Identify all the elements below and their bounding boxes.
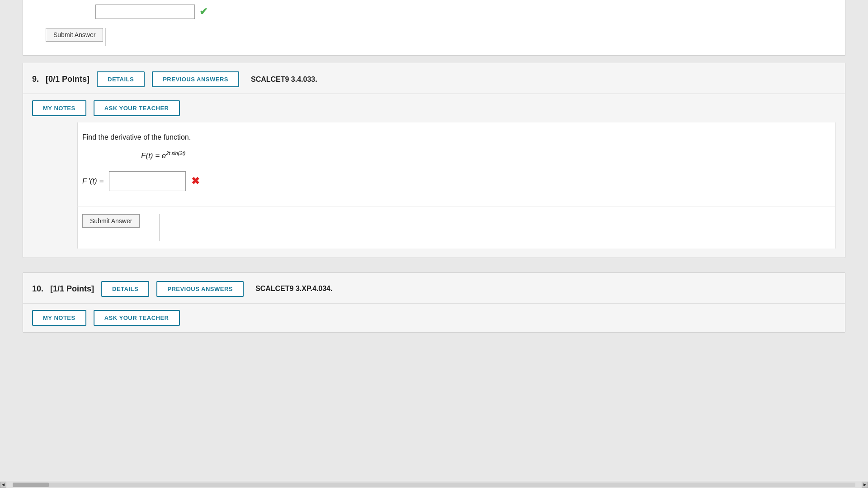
question-10-actions: MY NOTES ASK YOUR TEACHER <box>23 304 845 332</box>
top-submit-button[interactable]: Submit Answer <box>46 28 103 42</box>
submit-area: Submit Answer <box>82 214 831 241</box>
formula-display: F(t) = e2t sin(2t) <box>141 151 185 160</box>
question-10-number: 10. [1/1 Points] <box>32 284 94 294</box>
q9-num: 9. <box>32 75 39 84</box>
question-9-formula: F(t) = e2t sin(2t) <box>141 150 822 160</box>
top-submit-area: Submit Answer <box>46 28 831 46</box>
horizontal-scrollbar[interactable]: ◀ ▶ <box>0 481 868 488</box>
scrollbar-thumb[interactable] <box>13 483 49 487</box>
q9-my-notes-button[interactable]: MY NOTES <box>32 100 86 116</box>
answer-label: F ′(t) = <box>82 177 104 186</box>
q10-my-notes-button[interactable]: MY NOTES <box>32 310 86 326</box>
question-9-actions: MY NOTES ASK YOUR TEACHER <box>23 94 845 122</box>
q10-ask-teacher-button[interactable]: ASK YOUR TEACHER <box>94 310 180 326</box>
scroll-right-arrow[interactable]: ▶ <box>862 482 868 488</box>
top-answer-input[interactable] <box>95 5 195 19</box>
section-divider <box>0 56 868 63</box>
q10-num: 10. <box>32 284 43 293</box>
correct-checkmark-icon: ✔ <box>199 6 208 18</box>
q9-prev-answers-button[interactable]: PREVIOUS ANSWERS <box>152 71 239 87</box>
q9-reference: SCALCET9 3.4.033. <box>251 75 317 84</box>
q10-prev-answers-button[interactable]: PREVIOUS ANSWERS <box>156 281 244 297</box>
block-spacer <box>0 258 868 265</box>
scroll-left-arrow[interactable]: ◀ <box>0 482 6 488</box>
scrollbar-track[interactable] <box>13 483 855 487</box>
previous-question-tail: ✔ Submit Answer <box>23 0 845 56</box>
question-9-block: 9. [0/1 Points] DETAILS PREVIOUS ANSWERS… <box>23 63 845 258</box>
submit-area-left: Submit Answer <box>82 214 159 228</box>
answer-input[interactable] <box>109 171 186 191</box>
question-9-footer: Submit Answer <box>77 206 836 249</box>
question-9-body: Find the derivative of the function. F(t… <box>77 122 836 206</box>
q9-points: [0/1 Points] <box>46 75 90 84</box>
formula-exponent: 2t sin(2t) <box>166 150 185 156</box>
q9-submit-button[interactable]: Submit Answer <box>82 214 140 228</box>
q9-ask-teacher-button[interactable]: ASK YOUR TEACHER <box>94 100 180 116</box>
q10-details-button[interactable]: DETAILS <box>101 281 149 297</box>
top-answer-row: ✔ <box>37 5 831 19</box>
answer-row: F ′(t) = ✖ <box>82 171 822 191</box>
question-10-header: 10. [1/1 Points] DETAILS PREVIOUS ANSWER… <box>23 273 845 304</box>
question-9-text: Find the derivative of the function. <box>82 133 822 141</box>
q10-reference: SCALCET9 3.XP.4.034. <box>255 285 332 293</box>
page-wrapper: ✔ Submit Answer 9. [0/1 Points] DETAILS … <box>0 0 868 488</box>
q10-points: [1/1 Points] <box>50 284 94 293</box>
wrong-mark-icon: ✖ <box>191 175 199 187</box>
q9-details-button[interactable]: DETAILS <box>97 71 145 87</box>
question-9-number: 9. [0/1 Points] <box>32 75 90 84</box>
question-10-block: 10. [1/1 Points] DETAILS PREVIOUS ANSWER… <box>23 272 845 333</box>
submit-area-right <box>159 214 831 241</box>
question-9-header: 9. [0/1 Points] DETAILS PREVIOUS ANSWERS… <box>23 63 845 94</box>
